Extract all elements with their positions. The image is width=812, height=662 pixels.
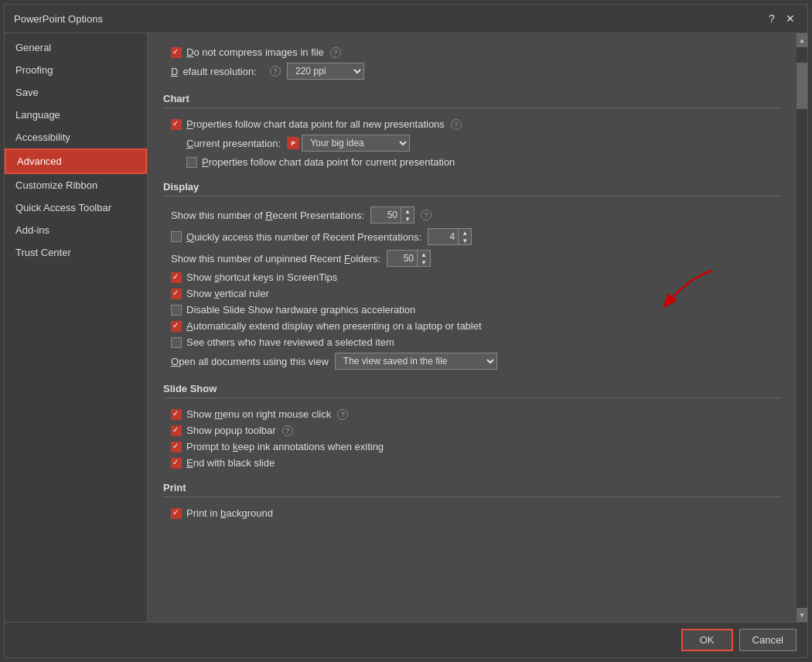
info-icon-show-menu: ? xyxy=(337,409,348,420)
do-not-compress-checkbox[interactable] xyxy=(171,47,182,58)
end-black-row: End with black slide xyxy=(171,455,781,471)
sidebar-item-accessibility[interactable]: Accessibility xyxy=(5,126,147,148)
sidebar: General Proofing Save Language Accessibi… xyxy=(5,33,148,622)
show-popup-checkbox[interactable] xyxy=(171,425,182,436)
shortcut-keys-row: Show shortcut keys in ScreenTips xyxy=(171,269,781,285)
ppt-icon: P Your big idea xyxy=(287,135,410,152)
show-popup-row: Show popup toolbar ? xyxy=(171,422,781,438)
recent-presentations-up[interactable]: ▲ xyxy=(401,207,414,215)
dialog-title: PowerPoint Options xyxy=(14,13,103,25)
quickly-access-spinner[interactable]: ▲ ▼ xyxy=(428,228,472,245)
end-black-checkbox[interactable] xyxy=(171,458,182,469)
recent-presentations-input[interactable] xyxy=(370,206,401,224)
end-black-label[interactable]: End with black slide xyxy=(171,457,275,469)
extend-display-checkbox[interactable] xyxy=(171,321,182,332)
show-menu-checkbox[interactable] xyxy=(171,409,182,420)
print-background-row: Print in background xyxy=(171,505,781,521)
ok-button[interactable]: OK xyxy=(681,629,733,651)
sidebar-item-customize-ribbon[interactable]: Customize Ribbon xyxy=(5,174,147,196)
scroll-thumb[interactable] xyxy=(797,63,807,109)
sidebar-item-general[interactable]: General xyxy=(5,36,147,59)
slideshow-section: Slide Show Show menu on right mouse clic… xyxy=(163,383,781,474)
shortcut-keys-checkbox[interactable] xyxy=(171,272,182,283)
cancel-button[interactable]: Cancel xyxy=(739,629,797,651)
vertical-ruler-label[interactable]: Show vertical ruler xyxy=(171,288,269,299)
titlebar-buttons: ? ✕ xyxy=(764,11,798,26)
props-all-row: Properties follow chart data point for a… xyxy=(171,116,781,132)
recent-folders-up[interactable]: ▲ xyxy=(418,251,430,258)
current-presentation-row: Current presentation: P Your big idea xyxy=(171,132,781,154)
help-button[interactable]: ? xyxy=(764,11,780,26)
right-scrollbar: ▲ ▼ xyxy=(797,33,807,622)
print-background-label[interactable]: Print in background xyxy=(171,507,273,519)
show-menu-row: Show menu on right mouse click ? xyxy=(171,406,781,422)
props-current-label[interactable]: Properties follow chart data point for c… xyxy=(186,156,455,168)
show-menu-label[interactable]: Show menu on right mouse click xyxy=(171,408,331,420)
disable-slideshow-checkbox[interactable] xyxy=(171,305,182,316)
sidebar-item-advanced[interactable]: Advanced xyxy=(5,148,147,174)
sidebar-item-trust-center[interactable]: Trust Center xyxy=(5,241,147,264)
default-resolution-dropdown[interactable]: 220 ppi 96 ppi 150 ppi 330 ppi xyxy=(287,63,364,80)
powerpoint-options-dialog: PowerPoint Options ? ✕ General Proofing … xyxy=(4,4,808,658)
chart-section-header: Chart xyxy=(163,93,781,108)
recent-folders-spinner[interactable]: ▲ ▼ xyxy=(387,250,431,267)
vertical-ruler-row: Show vertical ruler xyxy=(171,285,781,302)
disable-slideshow-label[interactable]: Disable Slide Show hardware graphics acc… xyxy=(171,304,415,316)
quickly-access-row: Quickly access this number of Recent Pre… xyxy=(171,226,781,247)
quickly-access-down[interactable]: ▼ xyxy=(459,237,471,244)
dialog-footer: OK Cancel xyxy=(5,622,807,657)
dialog-body: General Proofing Save Language Accessibi… xyxy=(5,33,807,622)
open-all-label: Open all documents using this view xyxy=(171,356,329,367)
display-section-header: Display xyxy=(163,181,781,196)
extend-display-label[interactable]: Automatically extend display when presen… xyxy=(171,320,482,332)
recent-folders-spinner-btns: ▲ ▼ xyxy=(418,250,431,267)
print-section-header: Print xyxy=(163,482,781,497)
shortcut-keys-label[interactable]: Show shortcut keys in ScreenTips xyxy=(171,271,337,283)
print-section: Print Print in background xyxy=(163,482,781,524)
main-content: Do not compress images in file ? Default… xyxy=(148,33,797,622)
scroll-up-arrow[interactable]: ▲ xyxy=(797,33,807,47)
sidebar-item-quick-access[interactable]: Quick Access Toolbar xyxy=(5,196,147,219)
print-section-content: Print in background xyxy=(163,502,781,524)
prompt-ink-checkbox[interactable] xyxy=(171,442,182,452)
open-all-dropdown[interactable]: The view saved in the file Normal - Thum… xyxy=(335,353,497,370)
quickly-access-up[interactable]: ▲ xyxy=(459,229,471,237)
content-scroll[interactable]: Do not compress images in file ? Default… xyxy=(148,33,797,622)
see-others-label[interactable]: See others who have reviewed a selected … xyxy=(171,336,394,348)
recent-presentations-spinner[interactable]: ▲ ▼ xyxy=(370,206,415,224)
recent-folders-input[interactable] xyxy=(387,250,418,267)
display-section-content: Show this number of Recent Presentations… xyxy=(163,201,781,375)
scroll-track[interactable] xyxy=(797,47,807,608)
recent-folders-row: Show this number of unpinned Recent Fold… xyxy=(171,247,781,269)
prompt-ink-label[interactable]: Prompt to keep ink annotations when exit… xyxy=(171,441,384,452)
print-background-checkbox[interactable] xyxy=(171,508,182,519)
sidebar-item-language[interactable]: Language xyxy=(5,104,147,126)
props-current-row: Properties follow chart data point for c… xyxy=(171,154,781,170)
sidebar-item-save[interactable]: Save xyxy=(5,81,147,104)
quickly-access-label[interactable]: Quickly access this number of Recent Pre… xyxy=(171,231,421,243)
disable-slideshow-row: Disable Slide Show hardware graphics acc… xyxy=(171,302,781,318)
sidebar-item-addins[interactable]: Add-ins xyxy=(5,219,147,241)
see-others-checkbox[interactable] xyxy=(171,337,182,348)
default-resolution-row: Default resolution: ? 220 ppi 96 ppi 150… xyxy=(171,60,781,82)
close-button[interactable]: ✕ xyxy=(783,11,798,26)
show-popup-label[interactable]: Show popup toolbar xyxy=(171,425,276,436)
info-icon-compress: ? xyxy=(330,47,341,58)
recent-folders-label: Show this number of unpinned Recent Fold… xyxy=(171,253,380,264)
quickly-access-checkbox[interactable] xyxy=(171,231,182,242)
sidebar-item-proofing[interactable]: Proofing xyxy=(5,59,147,81)
recent-folders-down[interactable]: ▼ xyxy=(418,258,430,266)
do-not-compress-label[interactable]: Do not compress images in file xyxy=(171,46,324,58)
vertical-ruler-checkbox[interactable] xyxy=(171,288,182,299)
recent-presentations-down[interactable]: ▼ xyxy=(401,215,414,223)
scroll-down-arrow[interactable]: ▼ xyxy=(797,608,807,622)
props-current-checkbox[interactable] xyxy=(186,157,197,168)
current-presentation-dropdown[interactable]: Your big idea xyxy=(302,135,410,152)
props-all-checkbox[interactable] xyxy=(171,119,182,130)
dialog-titlebar: PowerPoint Options ? ✕ xyxy=(5,5,807,33)
display-section: Display Show this number of Recent Prese… xyxy=(163,181,781,375)
quickly-access-input[interactable] xyxy=(428,228,459,245)
default-resolution-label: Default resolution: xyxy=(171,66,264,77)
do-not-compress-row: Do not compress images in file ? xyxy=(171,44,781,60)
props-all-label[interactable]: Properties follow chart data point for a… xyxy=(171,118,445,130)
